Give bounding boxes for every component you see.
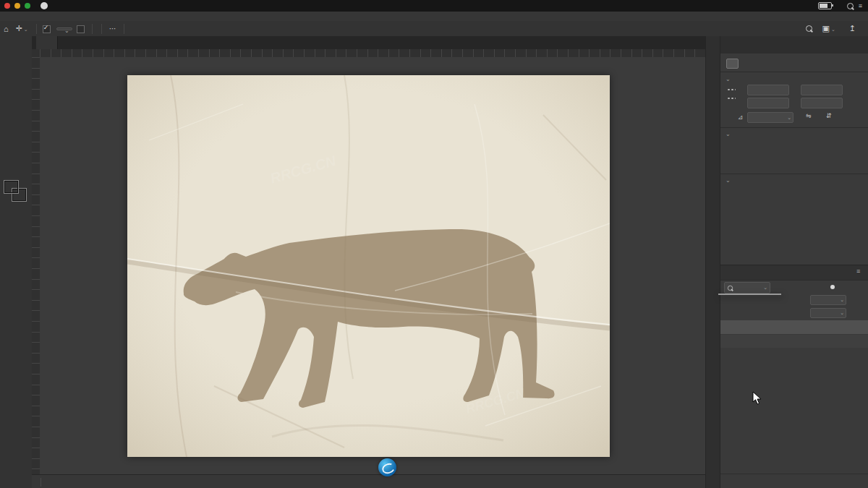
divider [720, 174, 868, 174]
menubar-status-area: ≡ [808, 2, 868, 9]
chevron-down-icon: ⌄ [726, 76, 731, 82]
divider [36, 24, 37, 34]
divider [92, 24, 93, 34]
divider [720, 72, 868, 72]
align-section-header[interactable]: ⌄ [726, 130, 733, 137]
auto-select-checkbox[interactable] [43, 25, 51, 33]
flip-vertical-icon[interactable]: ⇵ [826, 112, 832, 119]
layers-panel-header: ≡ [720, 265, 868, 281]
reference-point-icon[interactable] [727, 85, 736, 104]
window-titlebar [0, 12, 868, 22]
chevron-down-icon: ⌄ [726, 177, 731, 184]
spotlight-icon[interactable] [847, 3, 854, 9]
y-field[interactable] [801, 98, 843, 108]
foreground-color-swatch[interactable] [4, 181, 18, 193]
transform-section-header[interactable]: ⌄ [726, 75, 733, 82]
divider [720, 127, 868, 128]
more-options-icon[interactable]: ⋯ [106, 25, 119, 33]
workspace-icon[interactable]: ▣ ⌄ [822, 24, 835, 33]
chevron-down-icon: ⌄ [840, 309, 844, 317]
opacity-field[interactable]: ⌄ [810, 295, 846, 305]
show-transform-checkbox[interactable] [77, 25, 85, 33]
width-field[interactable] [747, 85, 789, 95]
canvas-area[interactable]: RRCG.CN RRCG.CN [40, 57, 705, 474]
layer-row-selected[interactable] [720, 320, 868, 334]
layer-filter-kind[interactable]: ⌄ [724, 282, 770, 294]
layer-row-background[interactable] [720, 335, 868, 348]
flip-horizontal-icon[interactable]: ⇋ [806, 112, 812, 119]
collapsed-panels-strip [705, 36, 720, 488]
traffic-light-close[interactable] [4, 3, 10, 9]
quick-actions-header[interactable]: ⌄ [726, 176, 733, 184]
right-panel: ⌄ ⊿ ⌄ ⇋ ⇵ ⌄ ⌄ ≡ ⌄ ⌄ ⌄ [720, 36, 868, 488]
layers-bottom-toolbar [720, 474, 868, 488]
options-bar: ⌂ ✛ ⌄ ⋯ ▣ ⌄ ↥ [0, 21, 868, 37]
panel-menu-icon[interactable]: ≡ [856, 267, 860, 275]
status-bar [32, 474, 705, 488]
watermark-brand [378, 458, 402, 476]
apple-menu-icon[interactable] [41, 2, 48, 9]
document-tab-bar [32, 36, 705, 50]
options-bar-right: ▣ ⌄ ↥ [806, 24, 868, 33]
chevron-down-icon: ⌄ [726, 131, 731, 137]
color-swatches [4, 181, 27, 202]
x-field[interactable] [801, 85, 843, 95]
control-center-icon[interactable]: ≡ [859, 2, 862, 9]
rotate-angle-icon: ⊿ [738, 114, 744, 121]
angle-field[interactable]: ⌄ [747, 112, 793, 123]
fill-field[interactable]: ⌄ [810, 308, 846, 318]
traffic-light-minimize[interactable] [14, 3, 20, 9]
filter-toggle-dot[interactable] [830, 285, 835, 289]
move-tool-preset-icon[interactable]: ✛ ⌄ [16, 24, 28, 33]
share-icon[interactable]: ↥ [849, 24, 856, 33]
document-image[interactable]: RRCG.CN RRCG.CN [127, 75, 610, 457]
bear-artwork-svg: RRCG.CN RRCG.CN [127, 75, 610, 457]
search-icon[interactable] [806, 25, 812, 32]
document-tab[interactable] [36, 36, 58, 49]
pixel-layer-icon [726, 59, 739, 69]
search-icon [728, 285, 733, 290]
blend-mode-menu [718, 294, 781, 295]
divider [41, 478, 41, 487]
height-field[interactable] [747, 98, 789, 108]
divider [124, 24, 124, 34]
chevron-down-icon: ⌄ [787, 113, 791, 122]
traffic-light-zoom[interactable] [25, 3, 30, 9]
chevron-down-icon: ⌄ [840, 296, 844, 304]
chevron-down-icon: ⌄ [763, 285, 767, 291]
tools-panel [0, 36, 33, 488]
panel-tabs [720, 36, 868, 53]
macos-menubar: ≡ [0, 0, 868, 12]
mouse-cursor [752, 391, 762, 406]
auto-select-dropdown[interactable] [56, 27, 72, 30]
watermark-logo-icon [378, 458, 396, 476]
photoshop-app: { "window": { "title": "Adobe Photoshop … [0, 0, 868, 488]
home-icon[interactable]: ⌂ [4, 25, 9, 33]
battery-icon [818, 2, 832, 9]
divider [101, 24, 102, 34]
